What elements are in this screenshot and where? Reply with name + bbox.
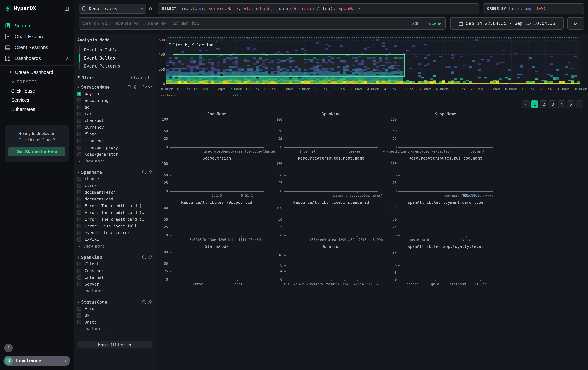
filter-group-clear-button[interactable]: Clear bbox=[140, 85, 152, 90]
pagination-prev-button[interactable]: ‹ bbox=[522, 100, 530, 108]
preset-dashboard-clickhouse[interactable]: ClickHouse bbox=[0, 87, 74, 96]
filter-option-spanname[interactable]: Error: The credit card (… bbox=[77, 216, 152, 223]
checkbox-unchecked[interactable] bbox=[77, 262, 82, 266]
checkbox-unchecked[interactable] bbox=[77, 275, 82, 280]
checkbox-unchecked[interactable] bbox=[77, 231, 82, 235]
local-mode-button[interactable]: U Local mode › bbox=[3, 356, 70, 366]
sql-orderby-editor[interactable]: ORDER BY Timestamp DESC bbox=[483, 3, 584, 14]
chevron-down-icon[interactable]: ∨ bbox=[77, 255, 79, 259]
checkbox-unchecked[interactable] bbox=[77, 152, 82, 157]
filter-option-spanname[interactable]: documentLoad bbox=[77, 196, 152, 202]
chevron-down-icon[interactable]: ∨ bbox=[77, 300, 79, 304]
pagination-page-1[interactable]: 1 bbox=[531, 100, 539, 108]
filter-group-more-button[interactable]: ›Load more bbox=[77, 288, 152, 294]
search-icon[interactable] bbox=[142, 255, 146, 260]
checkbox-unchecked[interactable] bbox=[77, 217, 82, 221]
help-button[interactable]: ? bbox=[4, 344, 13, 352]
checkbox-unchecked[interactable] bbox=[77, 269, 82, 273]
more-filters-button[interactable]: More filters ∨ bbox=[77, 341, 152, 348]
filter-option-spanname[interactable]: Error: The credit card (… bbox=[77, 202, 152, 209]
filter-option-spanname[interactable]: eventListener.error bbox=[77, 230, 152, 236]
checkbox-unchecked[interactable] bbox=[77, 307, 82, 311]
checkbox-unchecked[interactable] bbox=[77, 146, 82, 150]
filter-option-servicename[interactable]: frontend-proxy bbox=[77, 144, 152, 151]
sql-select-editor[interactable]: SELECT Timestamp, ServiceName, StatusCod… bbox=[158, 3, 479, 14]
checkbox-checked[interactable]: ✓ bbox=[77, 91, 82, 96]
checkbox-unchecked[interactable] bbox=[77, 224, 82, 228]
analysis-mode-results-table[interactable]: Results Table bbox=[78, 46, 152, 54]
heatmap-selection-region[interactable] bbox=[173, 54, 405, 77]
pagination-page-5[interactable]: 5 bbox=[567, 100, 575, 108]
checkbox-unchecked[interactable] bbox=[77, 139, 82, 143]
filter-option-spankind[interactable]: Consumer bbox=[77, 267, 152, 274]
filter-option-statuscode[interactable]: Error bbox=[77, 305, 152, 312]
pin-icon[interactable] bbox=[148, 300, 152, 304]
filter-option-servicename[interactable]: accounting bbox=[77, 97, 152, 104]
checkbox-unchecked[interactable] bbox=[77, 282, 82, 286]
filter-option-spankind[interactable]: Client bbox=[77, 260, 152, 267]
checkbox-unchecked[interactable] bbox=[77, 238, 82, 242]
preset-dashboard-kubernetes[interactable]: Kubernetes bbox=[0, 105, 74, 114]
filter-option-servicename[interactable]: flagd bbox=[77, 131, 152, 138]
pagination-page-2[interactable]: 2 bbox=[540, 100, 547, 108]
filter-option-spankind[interactable]: Internal bbox=[77, 274, 152, 281]
filter-option-spanname[interactable]: documentFetch bbox=[77, 189, 152, 196]
filter-option-servicename[interactable]: cart bbox=[77, 110, 152, 117]
filter-option-statuscode[interactable]: Ok bbox=[77, 312, 152, 319]
filter-group-more-button[interactable]: ›Show more bbox=[77, 158, 152, 164]
sidebar-item-search[interactable]: Search bbox=[0, 20, 74, 31]
checkbox-unchecked[interactable] bbox=[77, 184, 82, 188]
filter-option-spanname[interactable]: Error: The credit card (… bbox=[77, 209, 152, 216]
pin-icon[interactable] bbox=[148, 170, 152, 174]
clear-all-filters-button[interactable]: Clear all bbox=[131, 75, 152, 80]
pagination-page-3[interactable]: 3 bbox=[549, 100, 556, 108]
filter-option-statuscode[interactable]: Unset bbox=[77, 319, 152, 326]
heatmap-plot[interactable] bbox=[166, 38, 580, 85]
filter-group-more-button[interactable]: ›Load more bbox=[77, 326, 152, 332]
search-icon[interactable] bbox=[142, 170, 146, 174]
filter-option-spanname[interactable]: EXPIRE bbox=[77, 236, 152, 243]
checkbox-unchecked[interactable] bbox=[77, 112, 82, 116]
filter-option-servicename[interactable]: frontend bbox=[77, 138, 152, 144]
presets-toggle[interactable]: ∨PRESETS bbox=[0, 77, 74, 87]
filter-group-more-button[interactable]: ›Show more bbox=[77, 243, 152, 250]
filter-option-spanname[interactable]: change bbox=[77, 176, 152, 182]
search-icon[interactable] bbox=[127, 85, 132, 89]
filter-option-servicename[interactable]: load-generator bbox=[77, 151, 152, 158]
checkbox-unchecked[interactable] bbox=[77, 210, 82, 215]
run-query-button[interactable]: ▷ bbox=[567, 17, 584, 30]
preset-dashboard-services[interactable]: Services bbox=[0, 96, 74, 105]
pin-icon[interactable] bbox=[133, 85, 137, 89]
time-range-picker[interactable]: Sep 14 22:04:35 - Sep 15 10:04:35 bbox=[450, 17, 564, 30]
filter-option-spanname[interactable]: Error: Visa cache full: … bbox=[77, 223, 152, 230]
search-icon[interactable] bbox=[142, 300, 146, 304]
checkbox-unchecked[interactable] bbox=[77, 197, 82, 201]
create-dashboard-button[interactable]: +Create Dashboard bbox=[0, 67, 74, 77]
checkbox-unchecked[interactable] bbox=[77, 125, 82, 130]
sidebar-collapse-icon[interactable]: ◫ bbox=[64, 6, 69, 11]
pin-icon[interactable] bbox=[148, 255, 152, 260]
lang-toggle-lucene[interactable]: Lucene bbox=[427, 21, 441, 26]
filter-option-servicename[interactable]: currency bbox=[77, 124, 152, 131]
sidebar-item-chart-explorer[interactable]: Chart Explorer bbox=[0, 31, 74, 42]
filter-option-servicename[interactable]: ✓payment bbox=[77, 90, 152, 97]
checkbox-unchecked[interactable] bbox=[77, 177, 82, 181]
analysis-mode-event-patterns[interactable]: Event Patterns bbox=[78, 62, 152, 70]
sidebar-item-dashboards[interactable]: Dashboards∧ bbox=[0, 53, 74, 64]
lang-toggle-sql[interactable]: SQL bbox=[412, 21, 420, 26]
checkbox-unchecked[interactable] bbox=[77, 119, 82, 123]
checkbox-unchecked[interactable] bbox=[77, 98, 82, 102]
checkbox-unchecked[interactable] bbox=[77, 190, 82, 194]
chevron-down-icon[interactable]: ∨ bbox=[77, 170, 79, 174]
checkbox-unchecked[interactable] bbox=[77, 320, 82, 324]
analysis-mode-event-deltas[interactable]: Event Deltas bbox=[78, 54, 152, 62]
checkbox-unchecked[interactable] bbox=[77, 204, 82, 208]
filter-option-spankind[interactable]: Server bbox=[77, 281, 152, 288]
filter-option-servicename[interactable]: checkout bbox=[77, 117, 152, 124]
get-started-button[interactable]: Get Started for Free bbox=[8, 147, 65, 156]
gear-icon[interactable]: ⚙ bbox=[149, 6, 152, 12]
source-select[interactable]: Demo Traces ∧∨ bbox=[79, 4, 146, 13]
pagination-page-4[interactable]: 4 bbox=[558, 100, 566, 108]
pagination-next-button[interactable]: › bbox=[576, 100, 584, 108]
chevron-down-icon[interactable]: ∨ bbox=[77, 85, 79, 89]
